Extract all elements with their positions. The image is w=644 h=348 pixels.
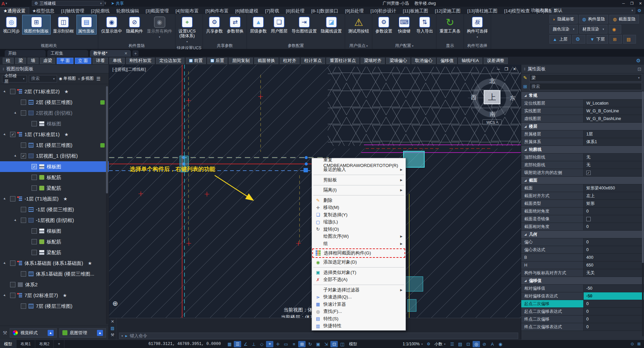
footer-button[interactable]: 底图管理▲	[59, 328, 106, 338]
toolbar-button[interactable]: 定位边加宽	[156, 58, 184, 64]
ribbon-button[interactable]: 属性面板	[76, 15, 97, 35]
favorite-star-icon[interactable]: ★	[63, 293, 67, 298]
statusbar-toggle-icon[interactable]: ◇	[258, 341, 265, 347]
floor-nav-button[interactable]	[572, 35, 585, 44]
visibility-checkbox[interactable]	[32, 250, 37, 255]
property-row[interactable]: 截面类型 矩形	[521, 200, 644, 208]
property-row[interactable]: 吸附前进方向的左侧	[521, 169, 644, 177]
render-mode-button[interactable]: 颜色渲染	[549, 25, 578, 34]
app-logo-icon[interactable]: A	[1, 1, 5, 6]
chevron-down-icon[interactable]: ▾	[121, 334, 123, 338]
property-value[interactable]: W_G_B_DashLine	[584, 115, 644, 122]
tree-row[interactable]: ➤ 板配筋 ★	[0, 172, 109, 183]
statusbar-tool-icon[interactable]: ▤	[457, 341, 464, 347]
ribbon-button[interactable]: 仅显示选中	[100, 15, 124, 35]
statusbar-tool-icon[interactable]: ⊘	[481, 341, 488, 347]
visibility-checkbox[interactable]	[10, 132, 15, 137]
context-menu-item[interactable]: 快速选择(Q)... ▶	[312, 294, 406, 301]
tree-row[interactable]: ➤ 2层视图 (剖切框) ★	[0, 108, 109, 118]
tree-row[interactable]: ➤ -1层 (T1地面层) ★	[0, 193, 109, 204]
tree-row[interactable]: ➤ 体系1基础面 (体系1基础面) ★	[0, 258, 109, 269]
expand-caret-icon[interactable]: ➤	[3, 132, 7, 136]
property-row[interactable]: B 400	[521, 254, 644, 262]
tree-row[interactable]: ➤ 1层 (T1标准层1) ★	[0, 129, 109, 140]
property-search-input[interactable]: 搜索	[529, 83, 642, 90]
property-row[interactable]: 起点二次偏移表达式 0	[521, 308, 644, 315]
toolbar-button[interactable]: 详看	[93, 58, 108, 64]
statusbar-tool-icon[interactable]: A	[489, 341, 496, 347]
layout-tab[interactable]: 布局1	[16, 340, 35, 348]
statusbar-toggle-icon[interactable]: ⇲	[322, 341, 330, 347]
context-menu-item[interactable]: 最近的输入 ▶	[312, 166, 406, 174]
property-row[interactable]: 相对偏移值表达式 -50	[521, 292, 644, 300]
ribbon-tab[interactable]: [2]轮廓线	[88, 8, 113, 14]
visibility-checkbox[interactable]	[21, 142, 26, 148]
property-value[interactable]: 650	[584, 262, 644, 269]
visibility-checkbox[interactable]	[32, 228, 37, 234]
ribbon-tab[interactable]: [6]辅助建模	[232, 8, 262, 14]
favorite-star-icon[interactable]: ★	[64, 132, 69, 137]
statusbar-tool-icon[interactable]: ⊡	[465, 341, 472, 347]
property-value[interactable]: W_G_B_ConLine	[584, 107, 644, 115]
property-row[interactable]: 定位线图层 W_Location	[521, 100, 644, 107]
context-menu-item[interactable]: 剪贴板 ▶	[312, 176, 406, 184]
multi-view-radio[interactable]: ○多视图	[78, 76, 94, 81]
ribbon-tab[interactable]: [11]板施工图	[399, 8, 432, 14]
ribbon-button[interactable]: 导出图纸设置	[290, 15, 318, 35]
property-value[interactable]: 0	[584, 246, 644, 253]
model-space-button[interactable]: 模型	[349, 341, 357, 347]
ribbon-tab[interactable]: [4]智能布置	[172, 8, 202, 14]
statusbar-tool-icon[interactable]: ◎	[473, 341, 480, 347]
document-tab[interactable]: 开始✕	[5, 50, 46, 57]
property-value[interactable]: 0	[584, 308, 644, 315]
close-button[interactable]: ✕	[639, 1, 642, 6]
visibility-checkbox[interactable]	[21, 100, 26, 105]
visibility-checkbox[interactable]	[21, 110, 26, 116]
visibility-checkbox[interactable]	[21, 153, 26, 159]
toolbar-button[interactable]: 梁墙偏心	[386, 58, 410, 64]
context-menu-item[interactable]: 添加选定对象(D) ▶	[312, 259, 406, 266]
ribbon-toggle-button[interactable]: 截面显隐	[609, 15, 639, 23]
expand-caret-icon[interactable]: ➤	[13, 111, 17, 115]
property-row[interactable]: 偏移值	[521, 277, 644, 285]
visibility-checkbox[interactable]	[10, 282, 15, 287]
property-row[interactable]: 截面绝对角度 0	[521, 208, 644, 215]
ribbon-button[interactable]: 视图控制面板	[22, 15, 51, 35]
statusbar-toggle-icon[interactable]: ⊥	[250, 341, 257, 347]
expand-caret-icon[interactable]: ➤	[13, 218, 17, 222]
visibility-checkbox[interactable]	[10, 89, 15, 94]
property-row[interactable]: 偏心表达式 0	[521, 246, 644, 254]
property-row[interactable]: 底部轮廓线 无	[521, 161, 644, 169]
tree-row[interactable]: ➤ 模板图 ★	[0, 226, 109, 236]
ribbon-tab[interactable]: [8]前处理	[282, 8, 308, 14]
wrench-icon[interactable]: ⚒	[111, 333, 114, 337]
visibility-checkbox[interactable]	[32, 175, 37, 180]
property-row[interactable]: 终点二次偏移表达式 0	[521, 323, 644, 331]
tree-row[interactable]: ➤ 体系1基础面 (楼层三维图... ★	[0, 269, 109, 279]
property-row[interactable]: 截面相对角度 0	[521, 223, 644, 231]
toolbar-button[interactable]: 梁墙对齐	[361, 58, 385, 64]
layout-tab[interactable]: +	[54, 340, 64, 348]
ribbon-tab[interactable]: [1]轴线管理	[58, 8, 88, 14]
expand-caret-icon[interactable]: ➤	[3, 293, 7, 297]
render-mode-button[interactable]	[609, 25, 621, 34]
toolbar-button[interactable]: 柱对齐	[280, 58, 300, 64]
document-tab[interactable]: 教学楼*✕	[90, 50, 131, 57]
statusbar-toggle-icon[interactable]: ↻	[306, 341, 314, 347]
favorite-star-icon[interactable]: ★	[63, 196, 68, 201]
floor-nav-button[interactable]	[609, 35, 622, 44]
toolbar-button[interactable]: 截面替换	[254, 58, 278, 64]
property-row[interactable]: 截面是否镜像	[521, 215, 644, 223]
new-tab-button[interactable]: +	[132, 50, 139, 56]
property-row[interactable]: 轮廓线	[521, 146, 644, 154]
tree-menu-icon[interactable]: ☰	[96, 76, 101, 81]
ribbon-toggle-button[interactable]: 隐藏标签	[549, 15, 578, 23]
expand-caret-icon[interactable]: ➤	[3, 90, 7, 94]
tree-row[interactable]: ➤ 体系2 ★	[0, 279, 109, 290]
property-row[interactable]: 构件与板标高对齐方式 无关	[521, 269, 644, 277]
context-menu-item[interactable]: 组 ▶	[312, 240, 406, 247]
property-row[interactable]: 截面	[521, 177, 644, 184]
toolbar-button[interactable]: 误差调整	[484, 58, 508, 64]
checkbox[interactable]	[586, 217, 591, 221]
tree-row[interactable]: ➤ 1层视图_1 (剖切框) ★	[0, 151, 109, 161]
